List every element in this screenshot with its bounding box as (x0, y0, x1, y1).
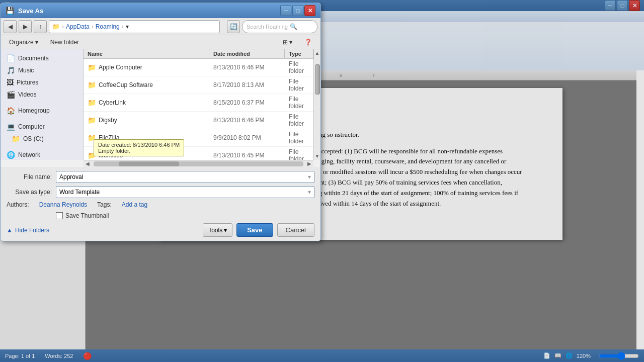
save-as-dialog: 💾 Save As ─ □ ✕ ◀ ▶ ↑ 📁 › AppData › R (0, 3, 321, 241)
dialog-maximize-btn[interactable]: □ (292, 5, 303, 16)
tools-button[interactable]: Tools ▾ (203, 223, 232, 237)
new-folder-button[interactable]: New folder (46, 37, 84, 47)
col-date[interactable]: Date modified (209, 49, 285, 58)
thumbnail-label: Save Thumbnail (65, 212, 109, 219)
save-button[interactable]: Save (236, 223, 273, 237)
music-icon: 🎵 (7, 66, 15, 74)
scroll-down-arrow[interactable]: ▼ (314, 152, 321, 160)
action-buttons: Tools ▾ Save Cancel (203, 223, 314, 237)
sidebar-item-osc[interactable]: 📁 OS (C:) (1, 133, 83, 145)
sidebar-item-computer[interactable]: 💻 Computer (1, 121, 83, 133)
search-placeholder: Search Roaming (247, 24, 288, 30)
homegroup-icon: 🏠 (7, 107, 15, 115)
views-icon: ⊞ (283, 39, 288, 46)
views-chevron: ▾ (289, 39, 292, 46)
dialog-footer: File name: Approval ▾ Save as type: Word… (1, 167, 320, 241)
table-row[interactable]: 📁Digsby 8/13/2010 6:46 PM File folder (84, 112, 313, 129)
help-icon: ❓ (304, 39, 312, 46)
breadcrumb-dropdown[interactable]: ▾ (126, 23, 129, 30)
table-row[interactable]: 📁CoffeeCup Software 8/17/2010 8:13 AM Fi… (84, 76, 313, 94)
sidebar-item-pictures[interactable]: 🖼 Pictures (1, 76, 83, 88)
authors-label: Authors: (7, 201, 29, 208)
tags-label: Tags: (97, 201, 112, 208)
breadcrumb-root[interactable]: 📁 (52, 23, 60, 30)
save-as-type-row: Save as type: Word Template ▾ (7, 186, 314, 198)
dialog-minimize-btn[interactable]: ─ (280, 5, 291, 16)
thumbnail-checkbox[interactable] (56, 212, 63, 219)
scrollbar-thumb[interactable] (315, 64, 320, 95)
back-button[interactable]: ◀ (4, 20, 17, 33)
scroll-right-arrow[interactable]: ▶ (305, 161, 313, 166)
pictures-icon: 🖼 (7, 78, 14, 86)
filezilla-tooltip: Date created: 8/13/2010 6:46 PM Empty fo… (94, 139, 184, 156)
sidebar-item-homegroup[interactable]: 🏠 Homegroup (1, 105, 83, 117)
add-tag-link[interactable]: Add a tag (122, 201, 147, 208)
documents-icon: 📄 (7, 54, 15, 62)
folder-icon: 📁 (88, 81, 96, 89)
folder-icon: 📁 (88, 99, 96, 107)
tools-chevron: ▾ (224, 227, 227, 234)
dialog-title: Save As (18, 7, 43, 15)
computer-icon: 💻 (7, 123, 15, 131)
breadcrumb-appdata[interactable]: AppData (66, 23, 90, 30)
thumbnail-row: Save Thumbnail (56, 212, 314, 219)
organize-button[interactable]: Organize ▾ (5, 37, 43, 47)
scroll-up-arrow[interactable]: ▲ (314, 49, 321, 57)
breadcrumb-bar: 📁 › AppData › Roaming › ▾ (49, 20, 220, 33)
scroll-left-arrow[interactable]: ◀ (84, 161, 92, 166)
up-button[interactable]: ↑ (34, 20, 47, 33)
sidebar-item-network[interactable]: 🌐 Network (1, 149, 83, 161)
sidebar-item-music[interactable]: 🎵 Music (1, 64, 83, 76)
hide-folders-button[interactable]: ▲ Hide Folders (7, 227, 49, 234)
table-row[interactable]: 📁CyberLink 8/15/2010 6:37 PM File folder (84, 94, 313, 112)
sidebar-item-videos[interactable]: 🎬 Videos (1, 88, 83, 101)
organize-chevron: ▾ (35, 39, 38, 46)
sidebar-item-documents[interactable]: 📄 Documents (1, 52, 83, 64)
file-list-scrollbar[interactable]: ▲ ▼ (313, 49, 320, 160)
h-scrollbar-thumb[interactable] (119, 161, 179, 166)
search-box: Search Roaming 🔍 (242, 20, 317, 33)
dialog-nav: ◀ ▶ ↑ 📁 › AppData › Roaming › ▾ 🔄 Search… (1, 18, 320, 35)
col-name[interactable]: Name (84, 49, 209, 58)
hide-folders-icon: ▲ (7, 227, 13, 234)
breadcrumb-roaming[interactable]: Roaming (96, 23, 120, 30)
dialog-toolbar: Organize ▾ New folder ⊞ ▾ ❓ (1, 35, 320, 49)
refresh-button[interactable]: 🔄 (227, 20, 240, 33)
folder-icon: 📁 (88, 116, 96, 124)
cancel-button[interactable]: Cancel (277, 223, 314, 237)
file-name-row: File name: Approval ▾ (7, 171, 314, 183)
dialog-sidebar: 📄 Documents 🎵 Music 🖼 Pictures 🎬 Videos (1, 49, 84, 160)
search-icon[interactable]: 🔍 (290, 23, 297, 30)
videos-icon: 🎬 (7, 90, 15, 99)
folder-icon: 📁 (88, 63, 96, 71)
table-row[interactable]: 📁FileZilla 9/9/2010 8:02 PM File folder … (84, 129, 313, 147)
dialog-close-btn[interactable]: ✕ (304, 5, 315, 16)
save-as-type-label: Save as type: (7, 189, 52, 196)
forward-button[interactable]: ▶ (19, 20, 32, 33)
dialog-overlay: 💾 Save As ─ □ ✕ ◀ ▶ ↑ 📁 › AppData › R (0, 0, 644, 362)
action-row: ▲ Hide Folders Tools ▾ Save Cancel (7, 223, 314, 237)
meta-row: Authors: Deanna Reynolds Tags: Add a tag (7, 201, 314, 208)
save-as-icon: 💾 (6, 7, 14, 15)
file-name-input[interactable]: Approval ▾ (56, 171, 314, 183)
drive-icon: 📁 (12, 135, 20, 143)
horizontal-scrollbar[interactable]: ◀ ▶ (84, 160, 313, 167)
file-list-header: Name Date modified Type (84, 49, 313, 59)
file-name-dropdown[interactable]: ▾ (308, 173, 311, 180)
authors-value[interactable]: Deanna Reynolds (39, 201, 87, 208)
table-row[interactable]: 📁Apple Computer 8/13/2010 6:46 PM File f… (84, 59, 313, 76)
col-type[interactable]: Type (285, 49, 313, 58)
network-icon: 🌐 (7, 151, 15, 159)
help-button[interactable]: ❓ (300, 37, 316, 47)
dialog-titlebar: 💾 Save As ─ □ ✕ (1, 3, 320, 18)
file-name-label: File name: (7, 173, 52, 180)
file-list-area: Name Date modified Type 📁Apple Computer … (84, 49, 313, 160)
save-as-type-input[interactable]: Word Template ▾ (56, 186, 314, 198)
save-type-dropdown[interactable]: ▾ (308, 189, 311, 196)
dialog-body: 📄 Documents 🎵 Music 🖼 Pictures 🎬 Videos (1, 49, 320, 160)
h-scrollbar-track[interactable] (94, 161, 303, 166)
views-button[interactable]: ⊞ ▾ (278, 37, 297, 47)
